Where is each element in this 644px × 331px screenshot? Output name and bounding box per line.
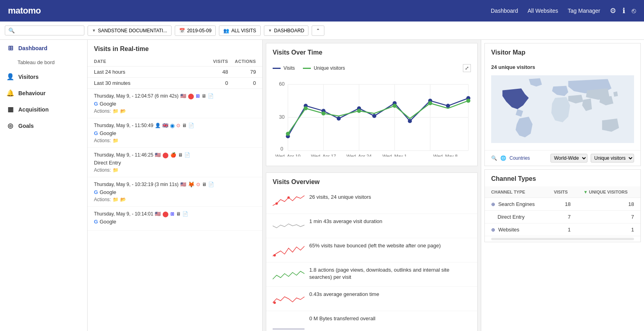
collapse-button[interactable]: ⌃	[312, 25, 324, 36]
mac-icon-2: 🍎	[170, 152, 176, 158]
legend-visits: Visits	[273, 65, 295, 71]
visitor-map-title: Visitor Map	[485, 43, 640, 60]
visit-source-3: G Google	[94, 189, 256, 195]
channel-visits-0: 18	[547, 198, 577, 211]
sidebar-label-visitors: Visitors	[18, 74, 39, 80]
visit-actions-1: Actions: 📁	[94, 138, 256, 143]
info-icon[interactable]: ℹ	[623, 6, 625, 15]
windows-icon-4: ⊞	[170, 211, 174, 217]
col-header-date: DATE	[94, 59, 204, 64]
nav-all-websites[interactable]: All Websites	[528, 8, 558, 14]
rt-label-24h: Last 24 hours	[94, 69, 204, 75]
channel-types-card: Channel Types CHANNEL TYPE VISITS ▼ UNIQ…	[484, 169, 641, 242]
overview-stat-4: 0.43s average generation time	[309, 291, 379, 298]
map-metric-select[interactable]: Unique visitors Visits Actions	[591, 154, 634, 163]
svg-point-37	[273, 254, 276, 257]
acquisition-icon: ▦	[6, 106, 14, 113]
desktop-icon-3: 🖥	[202, 182, 207, 187]
top-navigation: matomo Dashboard All Websites Tag Manage…	[0, 0, 644, 22]
view-label: DASHBOARD	[274, 28, 304, 33]
channel-label-2: ⊕ Websites	[485, 223, 547, 236]
sidebar-label-dashboard: Dashboard	[18, 45, 47, 51]
doc-icon-4: 📄	[182, 211, 188, 217]
logout-icon[interactable]: ⎋	[632, 7, 636, 15]
sidebar-label-goals: Goals	[18, 123, 34, 129]
visits-chart-svg: 60 30 0	[273, 75, 471, 157]
expand-icon-2[interactable]: ⊕	[491, 227, 495, 233]
flag-4: 🇺🇸	[155, 211, 161, 217]
map-container: 24 unique visitors	[485, 60, 640, 150]
search-map-icon[interactable]: 🔍	[491, 155, 497, 161]
site-selector-button[interactable]: ▼ SANDSTONE DOCUMENTATI...	[88, 25, 172, 36]
svg-point-25	[322, 112, 326, 116]
sparkline-4	[273, 291, 304, 307]
col-header-visits: VISITS	[204, 59, 228, 64]
date-selector-button[interactable]: 📅 2019-05-09	[175, 25, 216, 36]
scrollbar-stub[interactable]	[491, 238, 634, 240]
visit-entry-3: Thursday, May 9, - 10:32:19 (3 min 11s) …	[88, 177, 262, 207]
overview-stat-5: 0 M Bytes transferred overall	[309, 315, 375, 322]
overview-stat-0: 26 visits, 24 unique visitors	[309, 194, 371, 201]
legend-unique: Unique visitors	[303, 65, 345, 71]
visit-entry-1: Thursday, May 9, - 11:50:49 👤 🇬🇧 ◉ ⊙ 🖥 📄…	[88, 118, 262, 148]
sparkline-1	[273, 218, 304, 234]
svg-text:30: 30	[279, 114, 285, 120]
nav-tag-manager[interactable]: Tag Manager	[568, 8, 600, 14]
visit-entry-0: Thursday, May 9, - 12:04:57 (6 min 42s) …	[88, 89, 262, 118]
channel-unique-1: 7	[577, 211, 640, 223]
svg-text:0: 0	[280, 146, 283, 152]
overview-stat-2: 65% visits have bounced (left the websit…	[309, 242, 441, 249]
channel-unique-2: 1	[577, 223, 640, 236]
globe-icon: 🌐	[500, 155, 506, 161]
channel-unique-0: 18	[577, 198, 640, 211]
sparkline-2	[273, 242, 304, 258]
svg-text:Wed, May 8: Wed, May 8	[433, 154, 458, 157]
countries-link[interactable]: Countries	[509, 155, 530, 161]
users-icon: 👥	[223, 28, 229, 33]
sidebar-label-behaviour: Behaviour	[18, 90, 45, 96]
rt-summary-row-24h: Last 24 hours 48 79	[88, 67, 262, 78]
search-box[interactable]: 🔍	[5, 25, 84, 35]
visit-entry-2: Thursday, May 9, - 11:46:25 🇺🇸 ⬤ 🍎 🖥 📄 D…	[88, 148, 262, 177]
overview-item-1: 1 min 43s average visit duration	[266, 214, 477, 238]
sidebar-item-behaviour[interactable]: 🔔 Behaviour	[0, 85, 87, 101]
realtime-table-header: DATE VISITS ACTIONS	[88, 57, 262, 67]
sidebar-item-visitors[interactable]: 👤 Visitors	[0, 69, 87, 85]
visitor-map-card: Visitor Map 24 unique visitors	[484, 43, 641, 166]
sidebar-item-dashboard[interactable]: ⊞ Dashboard	[0, 40, 87, 56]
doc-icon-2: 📄	[184, 152, 190, 158]
svg-point-27	[392, 104, 396, 108]
channel-table-header: CHANNEL TYPE VISITS ▼ UNIQUE VISITORS	[485, 186, 640, 198]
desktop-icon-2: 🖥	[178, 152, 183, 158]
folder2-icon-0: 📂	[120, 108, 126, 114]
col-channel-type: CHANNEL TYPE	[485, 186, 547, 198]
visit-actions-2: Actions: 📁	[94, 167, 256, 173]
map-controls: 🔍 🌐 Countries World-Wide Continents Uniq…	[485, 150, 640, 166]
channel-types-title: Channel Types	[485, 170, 640, 186]
chart-expand-icon[interactable]: ⤢	[463, 64, 471, 72]
visits-over-time-chart: Visits Unique visitors ⤢ 60 30 0	[266, 60, 477, 166]
sidebar-item-goals[interactable]: ◎ Goals	[0, 118, 87, 134]
svg-text:Wed, Apr 24: Wed, Apr 24	[347, 154, 372, 157]
nav-dashboard[interactable]: Dashboard	[491, 8, 518, 14]
view-selector-button[interactable]: ▼ DASHBOARD	[264, 25, 309, 36]
svg-point-15	[337, 116, 341, 120]
overview-item-4: 0.43s average generation time	[266, 287, 477, 311]
sidebar-sub-tableau[interactable]: Tableau de bord	[0, 56, 87, 69]
search-icon: 🔍	[8, 27, 15, 33]
rt-visits-30m: 0	[204, 80, 228, 86]
segment-selector-button[interactable]: 👥 ALL VISITS	[219, 25, 260, 36]
map-scope-select[interactable]: World-Wide Continents	[550, 154, 587, 163]
flag-0: 🇺🇸	[180, 93, 186, 99]
visit-time-1: Thursday, May 9, - 11:50:49 👤 🇬🇧 ◉ ⊙ 🖥 📄	[94, 122, 256, 129]
channel-types-table: CHANNEL TYPE VISITS ▼ UNIQUE VISITORS ⊕	[485, 186, 640, 236]
gear-icon[interactable]: ⚙	[610, 6, 616, 15]
google-icon-1: G	[94, 130, 98, 136]
os-icon-1: ⊙	[176, 123, 180, 128]
visit-actions-0: Actions: 📁 📂	[94, 108, 256, 114]
expand-icon-0[interactable]: ⊕	[491, 202, 495, 207]
visitors-icon: 👤	[6, 73, 14, 80]
sidebar-item-acquisition[interactable]: ▦ Acquisition	[0, 101, 87, 118]
search-input[interactable]	[16, 28, 81, 33]
desktop-icon-0: 🖥	[201, 93, 206, 99]
